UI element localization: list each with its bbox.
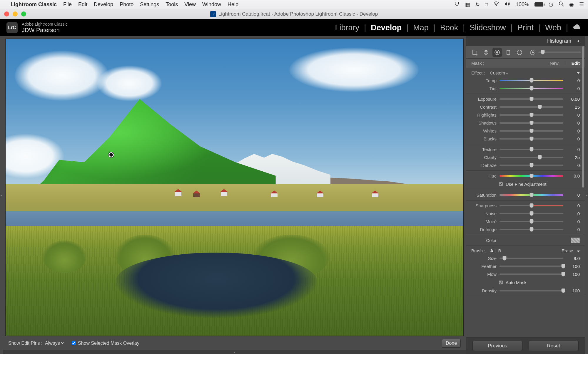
- menu-settings[interactable]: Settings: [140, 1, 159, 8]
- window-minimize-button[interactable]: [13, 11, 18, 16]
- product-name: Adobe Lightroom Classic: [22, 22, 68, 26]
- module-picker: Library| Develop| Map| Book| Slideshow| …: [335, 23, 582, 32]
- slider-dehaze[interactable]: Dehaze0: [466, 161, 585, 169]
- module-web[interactable]: Web: [545, 23, 561, 32]
- shield-icon[interactable]: ⛉: [455, 1, 460, 8]
- graduated-filter-tool-icon[interactable]: [504, 48, 513, 57]
- battery-percent: 100%: [516, 1, 529, 8]
- wifi-icon[interactable]: [493, 1, 499, 8]
- previous-button[interactable]: Previous: [472, 341, 522, 351]
- svg-line-2: [562, 5, 564, 6]
- slider-temp[interactable]: Temp0: [466, 77, 585, 84]
- slider-clarity[interactable]: Clarity25: [466, 153, 585, 161]
- fine-adjustment-checkbox[interactable]: Use Fine Adjustment: [466, 180, 585, 188]
- brush-disclosure-icon[interactable]: [577, 251, 580, 252]
- volume-icon[interactable]: [505, 1, 510, 8]
- svg-point-8: [517, 50, 522, 55]
- slider-whites[interactable]: Whites0: [466, 127, 585, 135]
- brush-b-button[interactable]: B: [498, 248, 501, 253]
- crop-tool-icon[interactable]: [470, 48, 480, 57]
- window-title: Lightroom Catalog.lrcat - Adobe Photosho…: [218, 11, 378, 17]
- slider-shadows[interactable]: Shadows0: [466, 119, 585, 127]
- slider-exposure[interactable]: Exposure0.00: [466, 95, 585, 103]
- module-book[interactable]: Book: [440, 23, 458, 32]
- menu-tools[interactable]: Tools: [166, 1, 178, 8]
- menu-view[interactable]: View: [184, 1, 196, 8]
- window-titlebar: Lr Lightroom Catalog.lrcat - Adobe Photo…: [0, 9, 588, 19]
- slider-defringe[interactable]: Defringe0: [466, 226, 585, 233]
- module-print[interactable]: Print: [517, 23, 534, 32]
- svg-point-0: [496, 5, 497, 6]
- slider-hue[interactable]: Hue 0.0: [466, 172, 585, 180]
- slider-feather[interactable]: Feather100: [466, 262, 585, 270]
- show-edit-pins-label: Show Edit Pins :: [8, 341, 43, 346]
- menu-help[interactable]: Help: [228, 1, 238, 8]
- slider-sharpness[interactable]: Sharpness0: [466, 202, 585, 210]
- brush-erase-button[interactable]: Erase: [562, 248, 573, 253]
- histogram-header[interactable]: Histogram: [466, 36, 585, 46]
- svg-point-6: [496, 52, 498, 53]
- left-panel-handle[interactable]: ▸: [0, 36, 3, 354]
- mask-new-button[interactable]: New: [550, 61, 559, 66]
- slider-saturation[interactable]: Saturation 0: [466, 191, 585, 199]
- panel-scrollbar[interactable]: [582, 46, 584, 334]
- spotlight-icon[interactable]: [559, 1, 564, 8]
- menu-edit[interactable]: Edit: [78, 1, 87, 8]
- notification-center-icon[interactable]: ☰: [579, 1, 584, 8]
- reset-button[interactable]: Reset: [529, 341, 579, 351]
- timemachine-icon[interactable]: ↻: [475, 1, 480, 8]
- svg-point-3: [484, 50, 488, 54]
- done-button[interactable]: Done: [442, 339, 461, 348]
- brush-tool-icon: [529, 49, 536, 56]
- window-zoom-button[interactable]: [21, 11, 26, 16]
- window-close-button[interactable]: [4, 11, 9, 16]
- filmstrip-handle[interactable]: [3, 350, 466, 354]
- effect-preset-select[interactable]: Custom: [490, 70, 505, 75]
- effect-label: Effect :: [471, 70, 485, 75]
- siri-icon[interactable]: ◉: [569, 1, 574, 8]
- bluetooth-icon[interactable]: ⌗: [485, 1, 488, 8]
- slider-density[interactable]: Density 100: [466, 287, 585, 295]
- menu-photo[interactable]: Photo: [120, 1, 133, 8]
- module-library[interactable]: Library: [335, 23, 360, 32]
- image-canvas[interactable]: [5, 39, 464, 336]
- svg-rect-7: [507, 50, 510, 54]
- show-edit-pins-select[interactable]: Always: [44, 340, 65, 346]
- clock-icon[interactable]: ◷: [549, 1, 553, 8]
- svg-point-10: [532, 52, 534, 53]
- right-panel-handle[interactable]: ◂: [585, 36, 588, 354]
- battery-icon[interactable]: [534, 2, 543, 7]
- spot-removal-tool-icon[interactable]: [481, 48, 491, 57]
- slider-moiré[interactable]: Moiré0: [466, 218, 585, 226]
- slider-texture[interactable]: Texture0: [466, 145, 585, 153]
- slider-flow[interactable]: Flow100: [466, 270, 585, 278]
- slider-blacks[interactable]: Blacks0: [466, 135, 585, 143]
- menu-file[interactable]: File: [63, 1, 72, 8]
- color-swatch[interactable]: [571, 238, 580, 243]
- auto-mask-checkbox[interactable]: Auto Mask: [466, 278, 585, 287]
- red-eye-tool-icon[interactable]: [492, 48, 502, 57]
- slider-contrast[interactable]: Contrast25: [466, 103, 585, 111]
- radial-filter-tool-icon[interactable]: [515, 48, 524, 57]
- slider-tint[interactable]: Tint0: [466, 84, 585, 92]
- module-map[interactable]: Map: [413, 23, 429, 32]
- brush-size-quickslider[interactable]: [529, 49, 581, 56]
- identity-plate: JDW Paterson: [22, 27, 68, 34]
- slider-highlights[interactable]: Highlights0: [466, 111, 585, 119]
- cc-menubar-icon[interactable]: ▦: [465, 1, 470, 8]
- cloud-sync-icon[interactable]: [573, 23, 582, 32]
- menu-develop[interactable]: Develop: [94, 1, 113, 8]
- slider-size[interactable]: Size9.0: [466, 254, 585, 262]
- show-mask-overlay-checkbox[interactable]: Show Selected Mask Overlay: [72, 341, 139, 346]
- menubar-app-name[interactable]: Lightroom Classic: [11, 1, 57, 8]
- menu-window[interactable]: Window: [202, 1, 221, 8]
- mask-edit-button[interactable]: Edit: [572, 61, 580, 66]
- brush-a-button[interactable]: A: [490, 248, 493, 253]
- module-develop[interactable]: Develop: [371, 23, 402, 32]
- brush-label: Brush :: [471, 248, 485, 253]
- adjustment-pin[interactable]: [108, 152, 114, 158]
- effect-disclosure-icon[interactable]: [577, 72, 580, 74]
- lightroom-doc-icon: Lr: [210, 11, 216, 17]
- module-slideshow[interactable]: Slideshow: [470, 23, 506, 32]
- slider-noise[interactable]: Noise0: [466, 210, 585, 218]
